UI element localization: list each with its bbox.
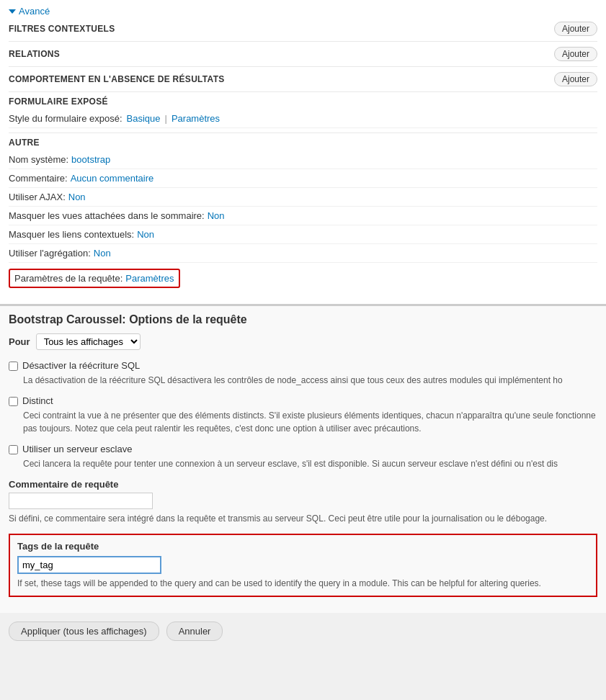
masquer-liens-label: Masquer les liens contextuels:: [9, 229, 134, 240]
tags-requete-label: Tags de la requête: [17, 541, 589, 552]
ajax-row: Utiliser AJAX: Non: [9, 188, 597, 207]
basique-link[interactable]: Basique: [127, 113, 161, 124]
commentaire-value[interactable]: Aucun commentaire: [71, 173, 154, 184]
parametres-requete-highlighted: Paramètres de la requête: Paramètres: [9, 266, 597, 291]
masquer-vues-row: Masquer les vues attachées dans le somma…: [9, 207, 597, 225]
comportement-label: COMPORTEMENT EN L'ABSENCE DE RÉSULTATS: [9, 74, 225, 84]
desactiver-sql-row: Désactiver la réécriture SQL: [9, 360, 597, 371]
filtres-contextuels-label: FILTRES CONTEXTUELS: [9, 24, 115, 34]
cancel-button[interactable]: Annuler: [166, 622, 223, 641]
style-separator: |: [165, 113, 167, 124]
desactiver-sql-block: Désactiver la réécriture SQL La désactiv…: [9, 360, 597, 387]
pour-select[interactable]: Tous les affichages: [36, 333, 141, 350]
filtres-contextuels-row: FILTRES CONTEXTUELS Ajouter: [9, 17, 597, 42]
formulaire-expose-section: FORMULAIRE EXPOSÉ Style du formulaire ex…: [9, 92, 597, 133]
agregation-value[interactable]: Non: [94, 248, 111, 259]
autre-section: AUTRE Nom système: bootstrap Commentaire…: [9, 133, 597, 298]
pour-label: Pour: [9, 336, 30, 347]
tags-requete-block: Tags de la requête If set, these tags wi…: [9, 534, 597, 597]
nom-systeme-row: Nom système: bootstrap: [9, 151, 597, 169]
ajax-value[interactable]: Non: [68, 192, 86, 202]
pour-row: Pour Tous les affichages: [9, 333, 597, 350]
commentaire-requete-label: Commentaire de requête: [9, 479, 597, 490]
comportement-ajouter-button[interactable]: Ajouter: [554, 72, 597, 86]
masquer-vues-value[interactable]: Non: [208, 210, 225, 221]
style-label: Style du formulaire exposé:: [9, 113, 122, 124]
parametres-requete-box: Paramètres de la requête: Paramètres: [9, 269, 180, 288]
serveur-esclave-row: Utiliser un serveur esclave: [9, 444, 597, 454]
bottom-buttons: Appliquer (tous les affichages) Annuler: [0, 613, 606, 650]
avance-label: Avancé: [19, 6, 50, 17]
relations-ajouter-button[interactable]: Ajouter: [554, 47, 597, 61]
desactiver-sql-label: Désactiver la réécriture SQL: [22, 360, 140, 371]
commentaire-label: Commentaire:: [9, 173, 68, 184]
agregation-row: Utiliser l'agrégation: Non: [9, 244, 597, 263]
commentaire-row: Commentaire: Aucun commentaire: [9, 169, 597, 188]
top-panel: Avancé FILTRES CONTEXTUELS Ajouter RELAT…: [0, 0, 606, 305]
agregation-label: Utiliser l'agrégation:: [9, 248, 91, 259]
nom-systeme-label: Nom système:: [9, 154, 68, 165]
parametres-link-exposed[interactable]: Paramètres: [171, 113, 220, 124]
masquer-liens-row: Masquer les liens contextuels: Non: [9, 225, 597, 244]
serveur-esclave-block: Utiliser un serveur esclave Ceci lancera…: [9, 444, 597, 470]
masquer-vues-label: Masquer les vues attachées dans le somma…: [9, 210, 205, 221]
relations-row: RELATIONS Ajouter: [9, 42, 597, 67]
nom-systeme-value[interactable]: bootstrap: [71, 154, 110, 165]
serveur-esclave-checkbox[interactable]: [9, 445, 18, 454]
avance-toggle[interactable]: Avancé: [9, 6, 597, 17]
distinct-desc: Ceci contraint la vue à ne présenter que…: [23, 409, 597, 435]
desactiver-sql-desc: La désactivation de la réécriture SQL dé…: [23, 374, 597, 387]
serveur-esclave-desc: Ceci lancera la requête pour tenter une …: [23, 457, 597, 470]
carousel-section: Bootstrap Caroussel: Options de la requê…: [0, 305, 606, 613]
ajax-label: Utiliser AJAX:: [9, 192, 66, 202]
commentaire-requete-block: Commentaire de requête Si défini, ce com…: [9, 479, 597, 525]
serveur-esclave-label: Utiliser un serveur esclave: [22, 444, 132, 454]
apply-button[interactable]: Appliquer (tous les affichages): [9, 622, 159, 641]
parametres-label: Paramètres de la requête:: [14, 273, 122, 284]
formulaire-expose-label: FORMULAIRE EXPOSÉ: [9, 97, 597, 107]
desactiver-sql-checkbox[interactable]: [9, 362, 18, 371]
tags-requete-input[interactable]: [17, 556, 161, 574]
distinct-row: Distinct: [9, 395, 597, 406]
relations-label: RELATIONS: [9, 49, 60, 59]
distinct-block: Distinct Ceci contraint la vue à ne prés…: [9, 395, 597, 435]
autre-label: AUTRE: [9, 138, 597, 148]
parametres-value[interactable]: Paramètres: [125, 273, 174, 284]
comportement-row: COMPORTEMENT EN L'ABSENCE DE RÉSULTATS A…: [9, 67, 597, 92]
carousel-title: Bootstrap Caroussel: Options de la requê…: [9, 313, 597, 326]
commentaire-requete-input[interactable]: [9, 493, 153, 509]
commentaire-requete-desc: Si défini, ce commentaire sera intégré d…: [9, 512, 597, 525]
masquer-liens-value[interactable]: Non: [137, 229, 154, 240]
filtres-contextuels-ajouter-button[interactable]: Ajouter: [554, 22, 597, 36]
distinct-checkbox[interactable]: [9, 397, 18, 406]
distinct-label: Distinct: [22, 395, 53, 406]
triangle-down-icon: [9, 9, 16, 14]
formulaire-expose-row: Style du formulaire exposé: Basique | Pa…: [9, 109, 597, 128]
tags-requete-desc: If set, these tags will be appended to t…: [17, 577, 589, 590]
